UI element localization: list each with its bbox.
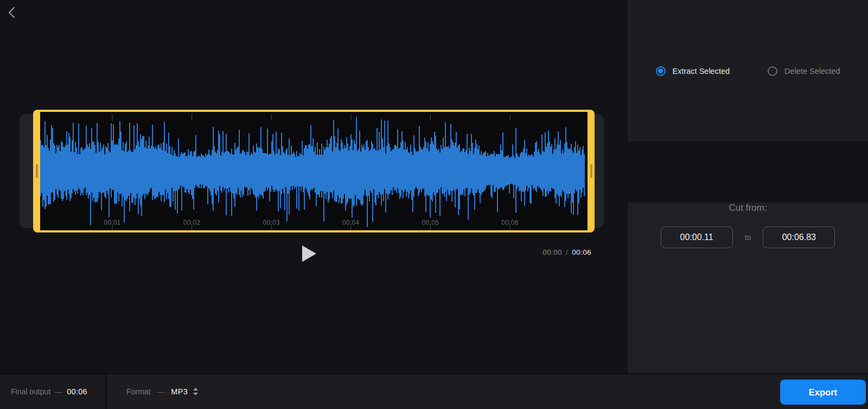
cut-range-row: to [628,226,868,248]
to-label: to [745,233,751,242]
radio-extract-selected[interactable]: Extract Selected [656,66,730,76]
format-cell: Format — MP3 [107,374,199,409]
timeline-label: 00:06 [501,219,519,226]
cut-section: Cut from: to [628,203,868,383]
waveform-editor: 00:0100:0200:0300:0400:0500:06 00:00 / 0… [0,0,628,373]
time-separator: / [566,248,568,256]
radio-delete-selected[interactable]: Delete Selected [768,66,840,76]
format-label: Format [126,387,150,396]
stepper-icon [193,387,199,396]
play-icon [301,245,317,262]
timeline-label: 00:02 [183,219,201,226]
timeline-label: 00:03 [263,219,280,226]
timeline-label: 00:05 [422,219,439,226]
final-output-value: 00:06 [67,387,87,396]
trim-handle-left[interactable] [33,110,40,232]
grip-icon [590,164,592,178]
trim-handle-right[interactable] [588,110,595,232]
total-time: 00:06 [572,248,591,256]
selection-region[interactable]: 00:0100:0200:0300:0400:0500:06 [33,110,595,232]
timeline-label: 00:01 [104,219,121,226]
settings-panel: Extract Selected Delete Selected Cut fro… [628,0,868,373]
radio-label: Extract Selected [673,67,730,75]
format-value: MP3 [171,387,188,396]
waveform-canvas[interactable]: 00:0100:0200:0300:0400:0500:06 [40,112,588,230]
mode-section: Extract Selected Delete Selected [628,0,868,143]
dash: — [157,387,164,396]
radio-label: Delete Selected [784,67,840,75]
bottom-bar: Final output — 00:06 Format — MP3 Export [0,373,868,409]
play-button[interactable] [298,242,321,265]
format-select[interactable]: MP3 [171,387,199,396]
timeline-label: 00:04 [342,219,360,226]
dash: — [55,387,62,396]
radio-icon [768,66,777,76]
time-display: 00:00 / 00:06 [542,248,591,256]
cut-from-heading: Cut from: [628,203,868,213]
final-output-label: Final output [11,387,50,396]
radio-icon [656,66,666,76]
current-time: 00:00 [542,248,562,256]
export-button[interactable]: Export [780,380,866,405]
cut-end-input[interactable] [763,226,835,248]
cut-start-input[interactable] [661,226,733,248]
final-output-cell: Final output — 00:06 [0,374,107,409]
audio-cutter-app: 00:0100:0200:0300:0400:0500:06 00:00 / 0… [0,0,868,409]
waveform-graphic [40,112,588,230]
grip-icon [36,164,38,178]
